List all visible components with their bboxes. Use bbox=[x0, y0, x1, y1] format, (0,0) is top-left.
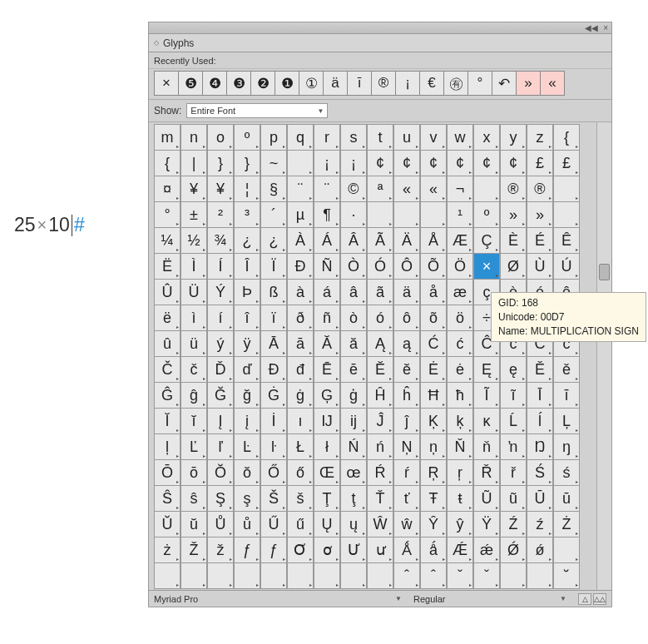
glyph-cell[interactable]: ▸ bbox=[367, 201, 393, 228]
glyph-cell[interactable]: ŉ▸ bbox=[500, 433, 527, 460]
glyph-cell[interactable]: ĝ▸ bbox=[181, 382, 207, 409]
glyph-cell[interactable]: Ř▸ bbox=[473, 459, 500, 486]
glyph-cell[interactable]: š▸ bbox=[287, 485, 314, 512]
glyph-cell[interactable]: ĺ▸ bbox=[527, 408, 553, 434]
glyph-cell[interactable]: Œ▸ bbox=[314, 459, 340, 486]
glyph-cell[interactable]: ü▸ bbox=[181, 330, 207, 357]
glyph-cell[interactable]: ²▸ bbox=[207, 201, 234, 228]
glyph-cell[interactable]: ¬▸ bbox=[447, 176, 473, 202]
glyph-cell[interactable]: q▸ bbox=[287, 124, 314, 151]
glyph-cell[interactable]: ▸ bbox=[234, 562, 260, 589]
glyph-cell[interactable]: ¿▸ bbox=[234, 227, 260, 254]
glyph-cell[interactable]: ®▸ bbox=[500, 176, 527, 202]
glyph-cell[interactable]: ƒ▸ bbox=[234, 537, 260, 563]
glyph-cell[interactable]: }▸ bbox=[234, 150, 260, 176]
glyph-cell[interactable]: ▸ bbox=[553, 537, 580, 563]
glyph-cell[interactable]: ±▸ bbox=[181, 201, 207, 228]
glyph-cell[interactable]: Ő▸ bbox=[260, 459, 287, 486]
glyph-cell[interactable]: Ǽ▸ bbox=[447, 537, 473, 563]
glyph-cell[interactable]: ë▸ bbox=[154, 305, 181, 331]
glyph-cell[interactable]: Ġ▸ bbox=[260, 382, 287, 409]
glyph-cell[interactable]: Ŕ▸ bbox=[367, 459, 393, 486]
glyph-cell[interactable]: Ģ▸ bbox=[314, 382, 340, 409]
glyph-cell[interactable]: ő▸ bbox=[287, 459, 314, 486]
glyph-cell[interactable]: {▸ bbox=[553, 124, 580, 151]
recent-glyph[interactable]: ❺ bbox=[178, 71, 203, 96]
glyph-cell[interactable]: Æ▸ bbox=[447, 227, 473, 254]
zoom-in-icon[interactable]: △△ bbox=[593, 593, 606, 605]
glyph-cell[interactable]: «▸ bbox=[420, 176, 447, 202]
recent-glyph[interactable]: ❶ bbox=[275, 71, 299, 96]
glyph-cell[interactable]: ý▸ bbox=[207, 330, 234, 357]
glyph-cell[interactable]: Ư▸ bbox=[340, 537, 367, 563]
glyph-cell[interactable]: n▸ bbox=[181, 124, 207, 151]
glyph-cell[interactable]: ŧ▸ bbox=[447, 485, 473, 512]
glyph-cell[interactable]: ğ▸ bbox=[234, 382, 260, 409]
glyph-cell[interactable]: Ņ▸ bbox=[393, 433, 420, 460]
glyph-cell[interactable]: ƒ▸ bbox=[260, 537, 287, 563]
glyph-cell[interactable]: Ñ▸ bbox=[314, 253, 340, 280]
glyph-cell[interactable]: Ů▸ bbox=[207, 511, 234, 537]
recent-glyph[interactable]: ↶ bbox=[492, 71, 517, 96]
glyph-cell[interactable]: À▸ bbox=[287, 227, 314, 254]
glyph-cell[interactable]: ş▸ bbox=[234, 485, 260, 512]
glyph-cell[interactable]: Û▸ bbox=[154, 279, 181, 305]
glyph-cell[interactable]: r▸ bbox=[314, 124, 340, 151]
glyph-cell[interactable]: Ě▸ bbox=[527, 356, 553, 383]
glyph-cell[interactable]: ŷ▸ bbox=[447, 511, 473, 537]
glyph-cell[interactable]: ä▸ bbox=[393, 279, 420, 305]
glyph-cell[interactable]: ¶▸ bbox=[314, 201, 340, 228]
glyph-cell[interactable]: Ũ▸ bbox=[473, 485, 500, 512]
close-icon[interactable]: × bbox=[603, 23, 608, 32]
glyph-cell[interactable]: ł▸ bbox=[314, 433, 340, 460]
glyph-cell[interactable]: ¨▸ bbox=[287, 176, 314, 202]
recent-glyph[interactable]: ä bbox=[323, 71, 348, 96]
glyph-cell[interactable]: ǿ▸ bbox=[527, 537, 553, 563]
glyph-cell[interactable]: Ł▸ bbox=[287, 433, 314, 460]
glyph-cell[interactable]: Ð▸ bbox=[287, 253, 314, 280]
glyph-cell[interactable]: Ĥ▸ bbox=[367, 382, 393, 409]
recent-glyph[interactable]: » bbox=[516, 71, 541, 96]
show-dropdown[interactable]: Entire Font ▼ bbox=[186, 103, 328, 118]
glyph-cell[interactable]: Č▸ bbox=[154, 356, 181, 383]
glyph-cell[interactable]: ĕ▸ bbox=[393, 356, 420, 383]
scrollbar-thumb[interactable] bbox=[599, 264, 610, 280]
glyph-cell[interactable]: ~▸ bbox=[260, 150, 287, 176]
glyph-cell[interactable]: ņ▸ bbox=[420, 433, 447, 460]
glyph-cell[interactable]: Ś▸ bbox=[527, 459, 553, 486]
glyph-cell[interactable]: â▸ bbox=[340, 279, 367, 305]
glyph-cell[interactable]: ®▸ bbox=[527, 176, 553, 202]
glyph-cell[interactable]: ­▸ bbox=[473, 176, 500, 202]
glyph-cell[interactable]: ï▸ bbox=[260, 305, 287, 331]
glyph-cell[interactable]: Ū▸ bbox=[527, 485, 553, 512]
glyph-cell[interactable]: »▸ bbox=[527, 201, 553, 228]
glyph-cell[interactable]: č▸ bbox=[181, 356, 207, 383]
recent-glyph[interactable]: ① bbox=[299, 71, 324, 96]
glyph-cell[interactable]: ¿▸ bbox=[260, 227, 287, 254]
glyph-cell[interactable]: ō▸ bbox=[181, 459, 207, 486]
glyph-cell[interactable]: »▸ bbox=[500, 201, 527, 228]
recent-glyph[interactable]: « bbox=[540, 71, 565, 96]
glyph-cell[interactable]: õ▸ bbox=[420, 305, 447, 331]
glyph-cell[interactable]: Ò▸ bbox=[340, 253, 367, 280]
glyph-cell[interactable]: Į▸ bbox=[207, 408, 234, 434]
recent-glyph[interactable]: € bbox=[419, 71, 444, 96]
glyph-cell[interactable]: û▸ bbox=[154, 330, 181, 357]
glyph-cell[interactable]: ń▸ bbox=[367, 433, 393, 460]
glyph-cell[interactable]: ▸ bbox=[553, 201, 580, 228]
glyph-cell[interactable]: Å▸ bbox=[420, 227, 447, 254]
recent-glyph[interactable]: ❷ bbox=[250, 71, 275, 96]
glyph-cell[interactable]: ÿ▸ bbox=[234, 330, 260, 357]
glyph-cell[interactable]: É▸ bbox=[527, 227, 553, 254]
glyph-cell[interactable]: u▸ bbox=[393, 124, 420, 151]
glyph-cell[interactable]: y▸ bbox=[500, 124, 527, 151]
glyph-cell[interactable]: Ā▸ bbox=[260, 330, 287, 357]
glyph-cell[interactable]: v▸ bbox=[420, 124, 447, 151]
glyph-cell[interactable]: ¡▸ bbox=[314, 150, 340, 176]
glyph-cell[interactable]: æ▸ bbox=[447, 279, 473, 305]
glyph-cell[interactable]: ů▸ bbox=[234, 511, 260, 537]
glyph-cell[interactable]: ¢▸ bbox=[367, 150, 393, 176]
glyph-cell[interactable]: ×▸ bbox=[473, 253, 500, 280]
glyph-cell[interactable]: ĩ▸ bbox=[500, 382, 527, 409]
glyph-cell[interactable]: Š▸ bbox=[260, 485, 287, 512]
